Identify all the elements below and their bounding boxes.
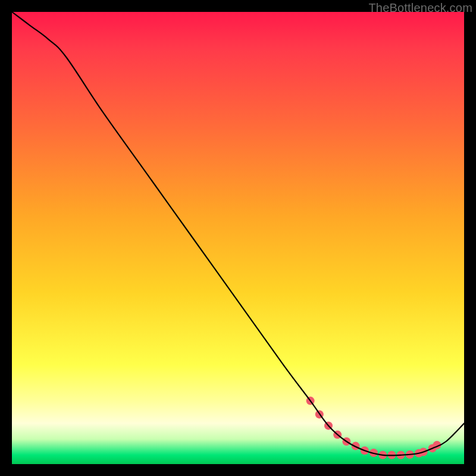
chart-frame: TheBottleneck.com <box>0 0 476 476</box>
plot-area <box>12 12 464 464</box>
marker-dots <box>306 397 441 459</box>
chart-svg <box>12 12 464 464</box>
bottleneck-curve <box>12 12 464 456</box>
